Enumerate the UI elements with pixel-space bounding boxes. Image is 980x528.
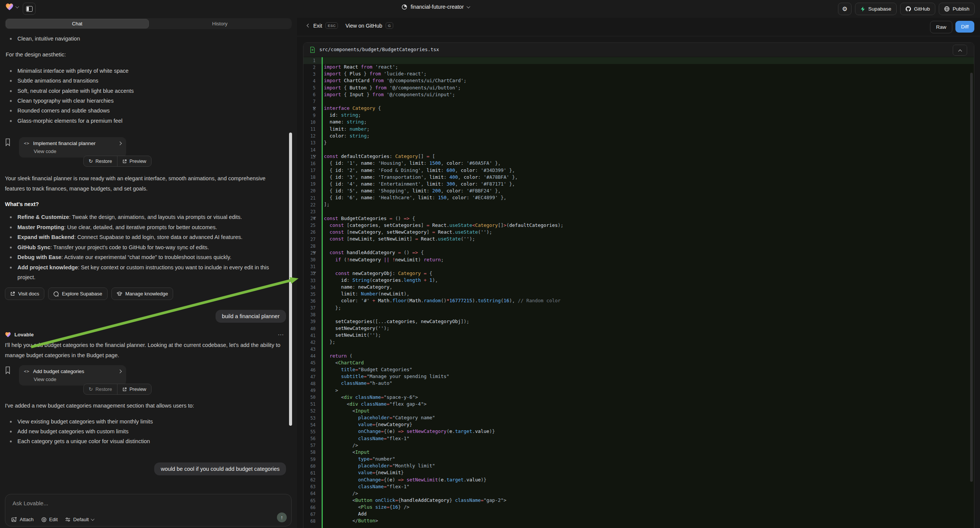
settings-button[interactable]: ⚙ bbox=[838, 3, 851, 15]
app-window: financial-future-creator ⚙ Supabase GitH… bbox=[0, 0, 980, 528]
view-code-link[interactable]: View code bbox=[24, 148, 121, 154]
chat-history-tabs: Chat History bbox=[5, 18, 292, 29]
code-line: Add bbox=[323, 511, 974, 518]
supabase-button[interactable]: Supabase bbox=[855, 3, 897, 15]
gear-icon: ⚙ bbox=[842, 5, 847, 13]
code-line: placeholder="Monthly limit" bbox=[323, 463, 974, 470]
code-icon: <> bbox=[24, 369, 30, 374]
view-on-github-button[interactable]: View on GitHub G bbox=[345, 22, 393, 29]
file-path-bar[interactable]: src/components/budget/BudgetCategories.t… bbox=[304, 43, 974, 57]
code-line: setNewCategory(''); bbox=[323, 325, 974, 332]
code-line: interface Category { bbox=[323, 105, 974, 112]
code-icon: <> bbox=[24, 141, 30, 146]
exit-button[interactable]: Exit ESC bbox=[307, 22, 338, 29]
target-circle-icon bbox=[41, 517, 46, 522]
bookmark-icon[interactable] bbox=[5, 366, 11, 374]
explore-supabase-button[interactable]: Explore Supabase bbox=[48, 288, 107, 300]
added-text: I've added a new budget categories manag… bbox=[5, 401, 287, 410]
code-line: { id: '3', name: 'Transportation', limit… bbox=[323, 174, 974, 181]
list-item: Add new budget categories with custom li… bbox=[5, 426, 287, 436]
code-line: if (!newCategory || !newLimit) return; bbox=[323, 257, 974, 264]
code-line: id: string; bbox=[323, 112, 974, 119]
code-line: const [newCategory, setNewCategory] = Re… bbox=[323, 229, 974, 236]
code-editor[interactable]: 1234567891011121314151617181920212223242… bbox=[304, 57, 974, 528]
chevron-right-icon bbox=[118, 142, 122, 145]
arrow-up-icon: ↑ bbox=[281, 514, 283, 520]
list-item: Refine & Customize: Tweak the design, an… bbox=[5, 212, 279, 222]
preview-label: Preview bbox=[130, 387, 146, 392]
publish-label: Publish bbox=[953, 6, 969, 12]
restore-preview-group: ↻ Restore Preview bbox=[83, 384, 151, 395]
bot-name: Lovable bbox=[14, 332, 34, 337]
code-line: </Button> bbox=[323, 518, 974, 525]
collapse-file-button[interactable] bbox=[953, 45, 967, 56]
list-item: Minimalist interface with plenty of whit… bbox=[5, 66, 287, 76]
project-switcher[interactable]: financial-future-creator bbox=[401, 4, 470, 10]
edit-button[interactable]: Edit bbox=[41, 517, 57, 522]
code-viewer-card: src/components/budget/BudgetCategories.t… bbox=[303, 43, 974, 528]
message-menu-icon[interactable]: ⋯ bbox=[278, 331, 285, 338]
code-line: onChange={(e) => setNewCategory(e.target… bbox=[323, 428, 974, 435]
chat-messages[interactable]: Clean, intuitive navigation For the desi… bbox=[5, 32, 287, 506]
mode-label: Default bbox=[73, 517, 89, 522]
restore-label: Restore bbox=[95, 387, 112, 392]
raw-toggle-button[interactable]: Raw bbox=[930, 21, 952, 33]
lovable-logo-menu[interactable] bbox=[5, 3, 19, 11]
whats-next-heading: What's next? bbox=[5, 201, 39, 207]
code-line: /> bbox=[323, 490, 974, 497]
bookmark-icon[interactable] bbox=[5, 138, 11, 146]
code-line bbox=[323, 346, 974, 353]
code-line: <div className="space-y-6"> bbox=[323, 394, 974, 401]
code-line: const [categories, setCategories] = Reac… bbox=[323, 222, 974, 229]
chevron-down-icon bbox=[91, 517, 95, 521]
panel-left-icon bbox=[26, 6, 33, 12]
view-code-link[interactable]: View code bbox=[24, 377, 121, 382]
code-lines: import React from 'react';import { Plus … bbox=[321, 57, 974, 528]
code-line: className="flex-1" bbox=[323, 484, 974, 490]
toggle-sidebar-button[interactable] bbox=[23, 3, 36, 15]
code-line: }; bbox=[323, 339, 974, 346]
code-scrollbar[interactable] bbox=[970, 73, 973, 482]
chat-input-box[interactable]: Ask Lovable... Attach Ed bbox=[5, 494, 292, 526]
visit-docs-button[interactable]: Visit docs bbox=[5, 288, 45, 300]
code-line: ]; bbox=[323, 202, 974, 208]
version-title: Implement financial planner bbox=[33, 140, 95, 146]
manage-knowledge-button[interactable]: Manage knowledge bbox=[111, 288, 173, 300]
send-button[interactable]: ↑ bbox=[277, 512, 287, 522]
code-header: Exit ESC View on GitHub G Raw Diff bbox=[297, 18, 980, 37]
version-card-implement-planner[interactable]: <> Implement financial planner View code bbox=[19, 137, 126, 157]
list-item: Expand with Backend: Connect Supabase to… bbox=[5, 232, 279, 242]
list-item: Glass-morphic elements for a premium fee… bbox=[5, 116, 287, 126]
code-line: { id: '5', name: 'Shopping', limit: 200,… bbox=[323, 188, 974, 195]
preview-button[interactable]: Preview bbox=[117, 156, 151, 166]
next-steps-list: Refine & Customize: Tweak the design, an… bbox=[5, 212, 279, 282]
attach-button[interactable]: Attach bbox=[11, 517, 34, 522]
chat-input-placeholder: Ask Lovable... bbox=[13, 500, 48, 506]
list-item: Rounded corners and subtle shadows bbox=[5, 106, 287, 116]
code-line: name: string; bbox=[323, 119, 974, 126]
code-line: { id: '2', name: 'Food & Dining', limit:… bbox=[323, 167, 974, 174]
edit-label: Edit bbox=[49, 517, 57, 522]
restore-button[interactable]: ↻ Restore bbox=[84, 156, 117, 166]
preview-button[interactable]: Preview bbox=[117, 384, 151, 394]
diff-toggle-button[interactable]: Diff bbox=[955, 21, 974, 33]
code-line: import { Button } from '@/components/ui/… bbox=[323, 85, 974, 92]
restore-button[interactable]: ↻ Restore bbox=[84, 384, 117, 394]
restore-icon: ↻ bbox=[89, 386, 93, 392]
tab-chat[interactable]: Chat bbox=[6, 19, 149, 29]
version-card-add-categories[interactable]: <> Add budget categories View code bbox=[19, 365, 126, 386]
lovable-heart-icon bbox=[5, 332, 11, 337]
chevron-up-icon bbox=[958, 49, 962, 53]
top-bar: financial-future-creator ⚙ Supabase GitH… bbox=[0, 0, 980, 18]
graduation-cap-icon bbox=[117, 291, 123, 296]
restore-label: Restore bbox=[95, 159, 112, 164]
code-line: > bbox=[323, 388, 974, 394]
github-button[interactable]: GitHub bbox=[900, 3, 935, 15]
chat-scrollbar[interactable] bbox=[289, 132, 292, 426]
tab-history[interactable]: History bbox=[149, 19, 291, 29]
code-line bbox=[323, 208, 974, 215]
attach-label: Attach bbox=[20, 517, 34, 522]
publish-button[interactable]: Publish bbox=[939, 3, 975, 15]
lovable-heart-icon bbox=[5, 3, 14, 11]
mode-selector[interactable]: Default bbox=[65, 517, 94, 522]
